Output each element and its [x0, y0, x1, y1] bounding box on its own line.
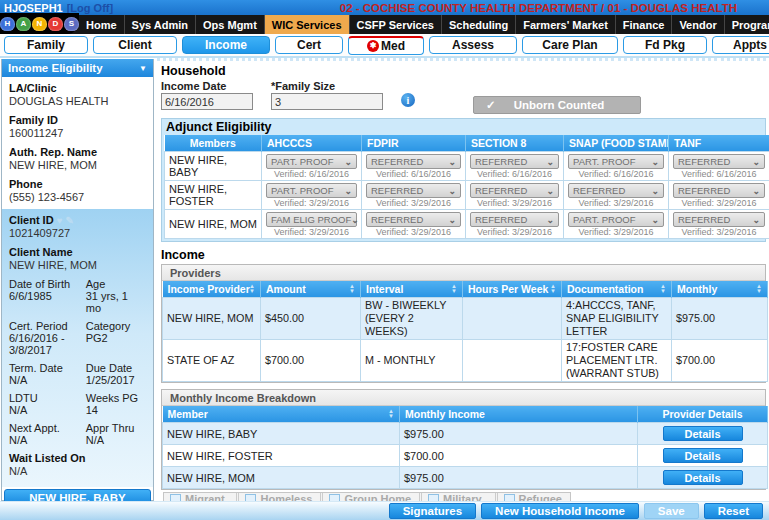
- col-income-provider[interactable]: ▲▼Income Provider: [163, 281, 261, 298]
- snap-select[interactable]: PART. PROOF⌄: [568, 154, 664, 169]
- tanf-select[interactable]: REFERRED⌄: [673, 212, 765, 227]
- signatures-button[interactable]: Signatures: [389, 503, 476, 519]
- tab-client[interactable]: Client: [93, 36, 177, 54]
- client-name-label: Client Name: [9, 246, 146, 259]
- provider-amount: $450.00: [261, 298, 361, 340]
- dropdown-arrow-icon: ⌄: [546, 188, 554, 194]
- ahcccs-select[interactable]: PART. PROOF⌄: [266, 183, 357, 198]
- dropdown-arrow-icon: ⌄: [651, 188, 659, 194]
- verified-date: Verified: 3/29/2016: [266, 227, 357, 237]
- provider-row[interactable]: NEW HIRE, MOM $450.00 BW - BIWEEKLY (EVE…: [163, 298, 768, 340]
- col-interval[interactable]: ▲▼Interval: [361, 281, 463, 298]
- provider-monthly: $975.00: [672, 298, 768, 340]
- tab-cert[interactable]: Cert: [275, 36, 343, 54]
- verified-date: Verified: 3/29/2016: [366, 198, 461, 208]
- new-household-income-button[interactable]: New Household Income: [481, 503, 639, 519]
- next-appt-value: N/A: [9, 434, 86, 446]
- details-button[interactable]: Details: [663, 426, 743, 441]
- col-members: Members: [165, 135, 262, 152]
- dropdown-arrow-icon: ⌄: [752, 159, 760, 165]
- menu-item-ops-mgmt[interactable]: Ops Mgmt: [196, 15, 265, 34]
- menu-item-program-integrity[interactable]: Program Integrity: [725, 15, 769, 34]
- col-documentation[interactable]: ▲▼Documentation: [562, 281, 672, 298]
- category-label: Category: [86, 320, 146, 332]
- details-button[interactable]: Details: [663, 448, 743, 463]
- next-appt-label: Next Appt.: [9, 422, 86, 434]
- provider-row[interactable]: STATE OF AZ $700.00 M - MONTHLY 17:FOSTE…: [163, 340, 768, 382]
- family-id-value: 160011247: [9, 127, 146, 140]
- tanf-select[interactable]: REFERRED⌄: [673, 183, 765, 198]
- client-id-label: Client ID♥✎: [9, 214, 146, 227]
- save-button[interactable]: Save: [644, 503, 699, 519]
- log-off-link[interactable]: [Log Off]: [67, 2, 113, 14]
- dropdown-arrow-icon: ⌄: [651, 159, 659, 165]
- breakdown-monthly: $975.00: [400, 467, 638, 489]
- dropdown-arrow-icon: ⌄: [448, 188, 456, 194]
- tab-assess[interactable]: Assess: [429, 36, 517, 54]
- section8-select[interactable]: REFERRED⌄: [470, 154, 559, 169]
- age-label: Age: [86, 278, 146, 290]
- provider-hours: [463, 298, 562, 340]
- phone-value: (555) 123-4567: [9, 191, 146, 204]
- family-size-input[interactable]: [271, 93, 383, 110]
- tab-income[interactable]: Income: [182, 36, 270, 54]
- dropdown-arrow-icon: ⌄: [546, 159, 554, 165]
- breakdown-monthly: $700.00: [400, 445, 638, 467]
- menu-item-finance[interactable]: Finance: [616, 15, 673, 34]
- sidebar-section-selector[interactable]: Income Eligibility ▼: [2, 59, 153, 77]
- dob-value: 6/6/1985: [9, 290, 86, 302]
- verified-date: Verified: 6/16/2016: [470, 169, 559, 179]
- client-id-value: 1021409727: [9, 227, 146, 240]
- fdpir-select[interactable]: REFERRED⌄: [366, 154, 461, 169]
- menu-item-farmers-market[interactable]: Farmers' Market: [516, 15, 616, 34]
- col-monthly-income[interactable]: Monthly Income: [400, 406, 638, 423]
- menu-item-sys-admin[interactable]: Sys Admin: [125, 15, 196, 34]
- menu-item-vendor[interactable]: Vendor: [672, 15, 724, 34]
- menu-item-scheduling[interactable]: Scheduling: [442, 15, 516, 34]
- snap-select[interactable]: REFERRED⌄: [568, 183, 664, 198]
- section8-select[interactable]: REFERRED⌄: [470, 183, 559, 198]
- tab-care-plan[interactable]: Care Plan: [522, 36, 618, 54]
- phone-label: Phone: [9, 178, 146, 191]
- weeks-pg-value: 14: [86, 404, 146, 416]
- tanf-select[interactable]: REFERRED⌄: [673, 154, 765, 169]
- tab-med[interactable]: ✱ Med: [348, 36, 424, 55]
- sort-icon: ▲▼: [756, 284, 762, 294]
- menu-item-wic-services[interactable]: WIC Services: [265, 15, 350, 34]
- reset-button[interactable]: Reset: [704, 503, 763, 519]
- age-value: 31 yrs, 1 mo: [86, 290, 146, 314]
- snap-select[interactable]: PART. PROOF⌄: [568, 212, 664, 227]
- providers-panel: Providers ▲▼Income Provider ▲▼Amount ▲▼I…: [161, 264, 766, 383]
- col-tanf: TANF: [669, 135, 769, 152]
- sort-icon: ▲▼: [349, 284, 355, 294]
- tab-family[interactable]: Family: [4, 36, 88, 54]
- col-hours-per-week[interactable]: ▲▼Hours Per Week: [463, 281, 562, 298]
- sidebar-section-title: Income Eligibility: [8, 62, 103, 74]
- verified-date: Verified: 3/29/2016: [673, 227, 765, 237]
- tab-appts[interactable]: Appts: [712, 36, 769, 54]
- menu-item-home[interactable]: Home: [79, 15, 125, 34]
- fdpir-select[interactable]: REFERRED⌄: [366, 183, 461, 198]
- income-date-input[interactable]: [161, 93, 253, 110]
- member-name: NEW HIRE, FOSTER: [165, 181, 262, 210]
- provider-name: STATE OF AZ: [163, 340, 261, 382]
- section8-select[interactable]: REFERRED⌄: [470, 212, 559, 227]
- sort-icon: ▲▼: [451, 284, 457, 294]
- wait-listed-label: Wait Listed On: [9, 452, 146, 465]
- details-button[interactable]: Details: [663, 470, 743, 485]
- info-icon[interactable]: i: [401, 93, 415, 107]
- auth-rep-label: Auth. Rep. Name: [9, 146, 146, 159]
- ahcccs-select[interactable]: FAM ELIG PROOF⌄: [266, 212, 357, 227]
- col-amount[interactable]: ▲▼Amount: [261, 281, 361, 298]
- appr-thru-value: N/A: [86, 434, 146, 446]
- col-member[interactable]: ▲▼Member: [163, 406, 400, 423]
- fdpir-select[interactable]: REFERRED⌄: [366, 212, 461, 227]
- col-monthly[interactable]: ▲▼Monthly: [672, 281, 768, 298]
- menu-item-csfp-services[interactable]: CSFP Services: [350, 15, 442, 34]
- monthly-breakdown-panel: Monthly Income Breakdown ▲▼Member Monthl…: [161, 389, 766, 490]
- unborn-counted-toggle[interactable]: ✓ Unborn Counted: [473, 96, 641, 114]
- ahcccs-select[interactable]: PART. PROOF⌄: [266, 154, 357, 169]
- tab-fd-pkg[interactable]: Fd Pkg: [623, 36, 707, 54]
- breakdown-monthly: $975.00: [400, 423, 638, 445]
- module-tab-bar: Family Client Income Cert ✱ Med Assess C…: [0, 34, 769, 58]
